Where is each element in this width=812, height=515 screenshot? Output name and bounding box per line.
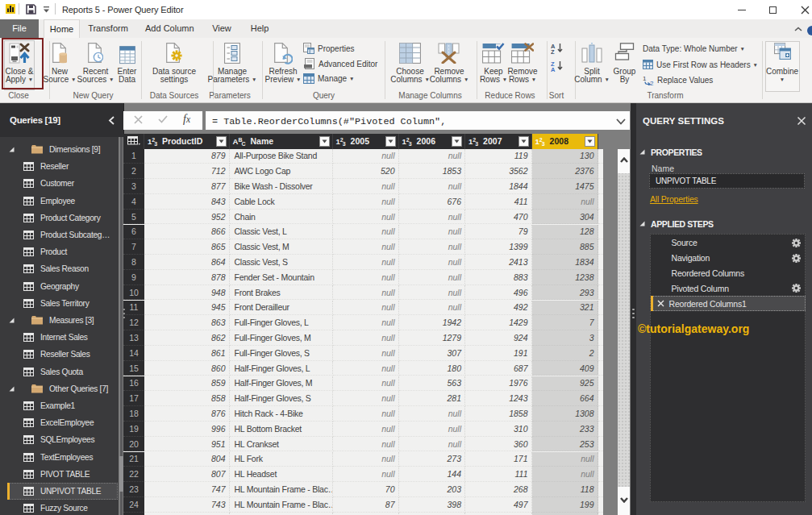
svg-text:Z: Z [551, 48, 555, 54]
svg-text:1: 1 [643, 75, 647, 82]
svg-text:2: 2 [650, 80, 654, 85]
svg-text:A: A [551, 66, 556, 72]
